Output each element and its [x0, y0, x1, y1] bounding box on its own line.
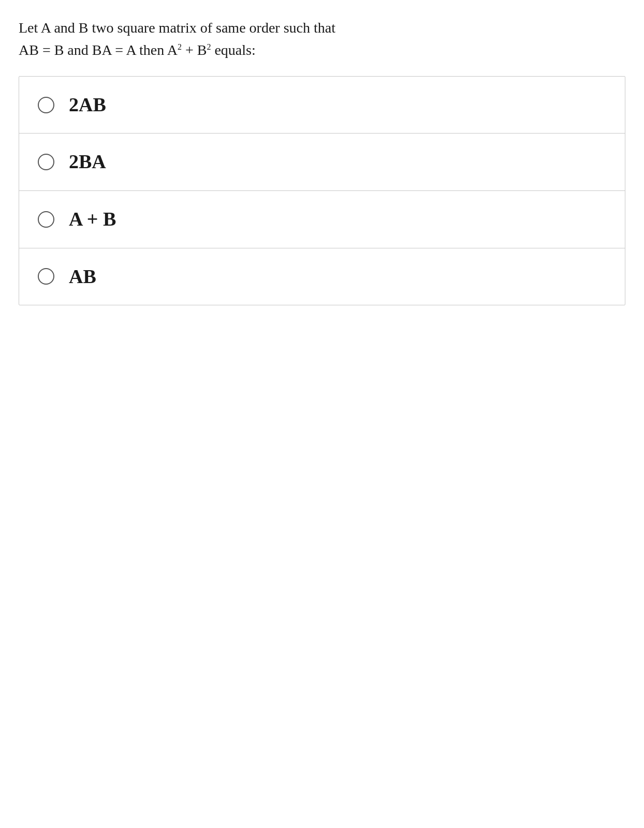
option-label-aplusb: A + B [69, 208, 116, 231]
option-label-2ba: 2BA [69, 150, 106, 174]
question-text: Let A and B two square matrix of same or… [19, 17, 625, 62]
radio-aplusb[interactable] [38, 211, 54, 228]
question-line1: Let A and B two square matrix of same or… [19, 20, 335, 36]
option-label-ab: AB [69, 265, 96, 289]
radio-2ab[interactable] [38, 97, 54, 113]
question-line2: AB = B and BA = A then A2 + B2 equals: [19, 42, 256, 58]
options-container: 2AB 2BA A + B AB [19, 76, 625, 305]
option-aplusb[interactable]: A + B [19, 191, 625, 248]
option-2ab[interactable]: 2AB [19, 77, 625, 134]
radio-2ba[interactable] [38, 154, 54, 170]
option-label-2ab: 2AB [69, 93, 106, 117]
option-2ba[interactable]: 2BA [19, 134, 625, 191]
option-ab[interactable]: AB [19, 248, 625, 305]
radio-ab[interactable] [38, 268, 54, 285]
